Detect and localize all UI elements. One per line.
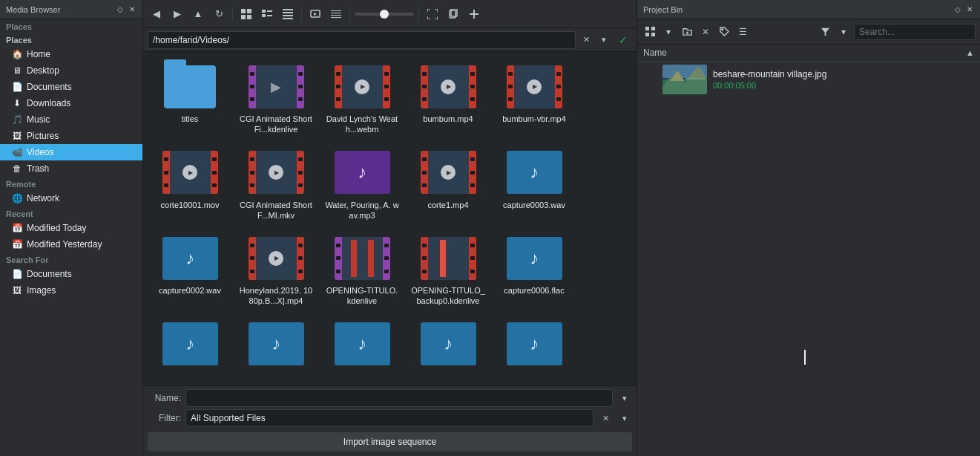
play-icon-bb: ▶	[441, 79, 456, 94]
view-icons-button[interactable]	[237, 5, 255, 23]
sidebar-item-search-documents[interactable]: 📄 Documents	[0, 266, 142, 282]
svg-rect-5	[267, 10, 272, 12]
sidebar-item-modified-today[interactable]: 📅 Modified Today	[0, 220, 142, 236]
sidebar-item-documents[interactable]: 📄 Documents	[0, 79, 142, 95]
file-item-audio-extra-4[interactable]: ♪	[407, 316, 489, 376]
sidebar-item-desktop[interactable]: 🖥 Desktop	[0, 62, 142, 79]
audio-note-e2: ♪	[272, 333, 280, 354]
address-dropdown-button[interactable]: ▾	[596, 33, 611, 48]
sidebar-item-downloads[interactable]: ⬇ Downloads	[0, 95, 142, 111]
add-link-button[interactable]	[465, 5, 483, 23]
file-item-opening[interactable]: OPENING-TITULO. kdenlive	[321, 229, 403, 311]
file-item-opening-bk[interactable]: OPENING-TITULO_ backup0.kdenlive	[407, 229, 489, 311]
file-item-audio-extra-1[interactable]: ♪	[149, 316, 231, 376]
zoom-slider[interactable]	[355, 13, 414, 16]
sidebar-item-music-label: Music	[27, 114, 50, 125]
bin-restore-icon[interactable]: ◇	[953, 5, 962, 14]
audio-note-e5: ♪	[530, 333, 539, 354]
bin-tag-button[interactable]	[716, 24, 732, 40]
file-item-corte1[interactable]: ▶ corte1.mp4	[407, 144, 489, 226]
copy-location-button[interactable]	[444, 5, 462, 23]
video-icon-cgi-mkv: ▶	[249, 151, 304, 194]
up-button[interactable]: ▲	[189, 5, 207, 23]
view-details-button[interactable]	[258, 5, 276, 23]
svg-rect-14	[331, 10, 341, 11]
bin-view-dropdown-button[interactable]: ▾	[660, 24, 677, 40]
file-item-audio-extra-3[interactable]: ♪	[321, 316, 403, 376]
file-item-cgi-mkv[interactable]: ▶ CGI Animated Short F...MI.mkv	[235, 144, 317, 226]
svg-rect-7	[267, 15, 272, 16]
filter-dropdown-button[interactable]: ▾	[617, 409, 632, 427]
sidebar-item-pictures[interactable]: 🖼 Pictures	[0, 128, 142, 144]
address-clear-button[interactable]: ✕	[579, 33, 593, 48]
address-confirm-button[interactable]: ✓	[614, 31, 632, 49]
file-thumb-cap0006: ♪	[507, 234, 562, 282]
bin-menu-button[interactable]: ☰	[734, 24, 751, 40]
file-item-capture0002[interactable]: ♪ capture0002.wav	[149, 229, 231, 311]
file-item-audio-extra-5[interactable]: ♪	[493, 316, 575, 376]
bin-collapse-button[interactable]: ▲	[966, 48, 974, 57]
project-bin-toolbar: ▾ ✕ ☰ ▾	[637, 19, 980, 45]
file-item-david-lynch[interactable]: ▶ David Lynch's Weath...webm	[321, 58, 403, 140]
file-item-cgi-animated[interactable]: ▶ CGI Animated Short Fi...kdenlive	[235, 58, 317, 140]
filter-clear-button[interactable]: ✕	[598, 411, 613, 426]
video-sl-mkv	[249, 151, 256, 194]
play-icon: ▶	[355, 79, 369, 94]
file-item-capture0006[interactable]: ♪ capture0006.flac	[493, 229, 575, 311]
view-compact-button[interactable]	[279, 5, 297, 23]
audio-note-cap0006: ♪	[530, 248, 539, 269]
bin-item-beshare[interactable]: beshare-mountain village.jpg 00:00:05:00	[637, 62, 980, 97]
sidebar-item-music[interactable]: 🎵 Music	[0, 111, 142, 128]
bin-delete-button[interactable]: ✕	[697, 24, 714, 40]
sidebar-item-search-images[interactable]: 🖼 Images	[0, 282, 142, 299]
file-item-audio-extra-2[interactable]: ♪	[235, 316, 317, 376]
search-for-section-label: Search For	[0, 253, 142, 266]
sidebar-item-network[interactable]: 🌐 Network	[0, 190, 142, 206]
music-icon: 🎵	[12, 114, 22, 125]
sidebar-item-home[interactable]: 🏠 Home	[0, 46, 142, 62]
svg-rect-2	[241, 15, 246, 19]
sidebar-item-pictures-label: Pictures	[27, 131, 59, 141]
bin-close-icon[interactable]: ✕	[965, 5, 974, 14]
file-item-bumbum[interactable]: ▶ bumbum.mp4	[407, 58, 489, 140]
name-input[interactable]	[185, 389, 613, 407]
bin-add-folder-button[interactable]	[679, 24, 695, 40]
import-sequence-button[interactable]: Import image sequence	[148, 432, 632, 452]
reload-button[interactable]: ↻	[210, 5, 228, 23]
file-item-honeyland[interactable]: ▶ Honeyland.2019. 1080p.B...X].mp4	[235, 229, 317, 311]
filter-input[interactable]	[185, 409, 593, 427]
name-dropdown-button[interactable]: ▾	[617, 389, 632, 407]
file-thumb-bumbum: ▶	[421, 62, 476, 111]
file-item-bumbum-vbr[interactable]: ▶ bumbum-vbr.mp4	[493, 58, 575, 140]
file-thumb-corte1: ▶	[421, 149, 476, 197]
bin-search-input[interactable]	[854, 24, 976, 40]
media-browser-close-icon[interactable]: ✕	[128, 5, 137, 14]
audio-icon-cap0002: ♪	[162, 237, 218, 280]
bin-items-list: beshare-mountain village.jpg 00:00:05:00	[637, 62, 980, 259]
forward-button[interactable]: ▶	[168, 5, 186, 23]
file-item-corte10001[interactable]: ▶ corte10001.mov	[149, 144, 231, 226]
media-browser-restore-icon[interactable]: ◇	[116, 5, 125, 14]
file-item-titles[interactable]: titles	[149, 58, 231, 140]
sidebar-item-modified-today-label: Modified Today	[27, 223, 87, 233]
file-label-capture0006: capture0006.flac	[504, 285, 564, 296]
file-thumb-david: ▶	[335, 62, 390, 111]
fullscreen-button[interactable]	[424, 5, 441, 23]
address-input[interactable]	[148, 31, 576, 49]
media-browser-title-icons: ◇ ✕	[116, 5, 137, 14]
audio-icon-cap0003: ♪	[507, 151, 562, 194]
sidebar-item-videos[interactable]: 📹 Videos	[0, 144, 142, 160]
bin-filter-button[interactable]	[817, 24, 833, 40]
svg-rect-16	[331, 15, 341, 16]
file-item-water[interactable]: ♪ Water, Pouring, A. wav.mp3	[321, 144, 403, 226]
bin-view-button[interactable]	[642, 24, 658, 40]
file-item-capture0003[interactable]: ♪ capture0003.wav	[493, 144, 575, 226]
list-button[interactable]	[327, 5, 345, 23]
play-icon-c10001: ▶	[182, 165, 197, 180]
toolbar-sep-1	[232, 7, 233, 22]
back-button[interactable]: ◀	[148, 5, 165, 23]
sidebar-item-trash[interactable]: 🗑 Trash	[0, 160, 142, 177]
sidebar-item-modified-yesterday[interactable]: 📅 Modified Yesterday	[0, 236, 142, 253]
bin-filter-dropdown-button[interactable]: ▾	[835, 24, 852, 40]
preview-button[interactable]	[306, 5, 324, 23]
